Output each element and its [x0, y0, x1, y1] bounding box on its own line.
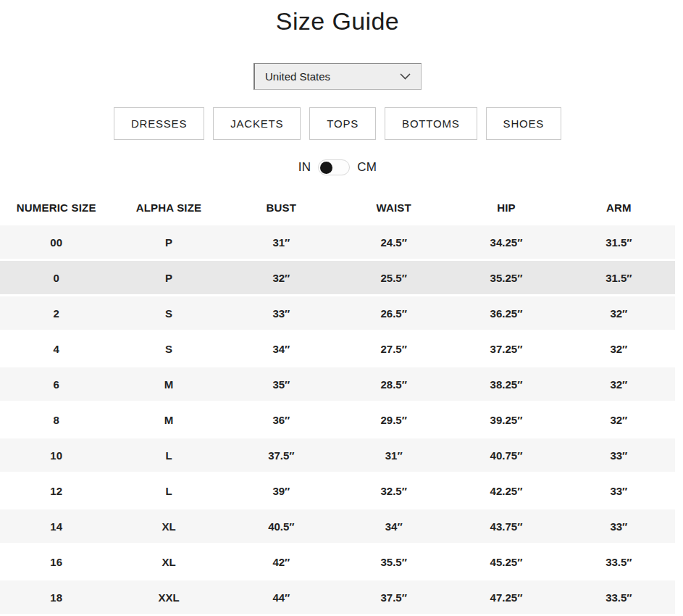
col-arm: ARM	[563, 201, 675, 223]
unit-label-in: IN	[298, 160, 311, 175]
table-cell-bust: 36″	[225, 403, 338, 436]
unit-toggle-switch[interactable]	[318, 159, 350, 175]
table-cell-bust: 39″	[225, 474, 338, 507]
col-bust: BUST	[225, 201, 338, 223]
table-row[interactable]: 0P32″25.5″35.25″31.5″	[0, 261, 675, 294]
table-cell-alpha: M	[112, 403, 225, 436]
table-cell-alpha: L	[112, 438, 225, 472]
table-cell-waist: 29.5″	[338, 403, 450, 436]
table-cell-waist: 34″	[338, 509, 450, 543]
table-cell-numeric: 6	[0, 367, 112, 401]
table-cell-hip: 40.75″	[450, 438, 562, 472]
table-cell-arm: 33″	[563, 474, 675, 507]
table-row[interactable]: 6M35″28.5″38.25″32″	[0, 367, 675, 401]
table-cell-arm: 31.5″	[563, 225, 675, 259]
table-cell-alpha: M	[112, 367, 225, 401]
table-cell-bust: 34″	[225, 332, 338, 365]
tab-jackets[interactable]: JACKETS	[213, 107, 301, 140]
table-cell-arm: 31.5″	[563, 261, 675, 294]
table-cell-numeric: 18	[0, 580, 112, 614]
table-cell-hip: 37.25″	[450, 332, 562, 365]
table-cell-arm: 33″	[563, 509, 675, 543]
size-table-body: 00P31″24.5″34.25″31.5″0P32″25.5″35.25″31…	[0, 225, 675, 614]
table-cell-alpha: S	[112, 332, 225, 365]
table-cell-numeric: 2	[0, 296, 112, 330]
col-numeric-size: NUMERIC SIZE	[0, 201, 112, 223]
table-cell-waist: 25.5″	[338, 261, 450, 294]
table-row[interactable]: 8M36″29.5″39.25″32″	[0, 403, 675, 436]
table-cell-numeric: 12	[0, 474, 112, 507]
table-cell-hip: 43.75″	[450, 509, 562, 543]
table-cell-arm: 32″	[563, 332, 675, 365]
table-cell-waist: 28.5″	[338, 367, 450, 401]
table-cell-hip: 35.25″	[450, 261, 562, 294]
table-cell-bust: 32″	[225, 261, 338, 294]
table-cell-waist: 31″	[338, 438, 450, 472]
tab-bottoms[interactable]: BOTTOMS	[385, 107, 477, 140]
size-table: NUMERIC SIZE ALPHA SIZE BUST WAIST HIP A…	[0, 199, 675, 616]
table-cell-alpha: P	[112, 261, 225, 294]
table-cell-hip: 47.25″	[450, 580, 562, 614]
size-guide-page: Size Guide United States DRESSES JACKETS…	[0, 7, 675, 616]
table-cell-bust: 35″	[225, 367, 338, 401]
table-cell-arm: 33″	[563, 438, 675, 472]
table-cell-waist: 24.5″	[338, 225, 450, 259]
page-title: Size Guide	[0, 7, 675, 36]
table-row[interactable]: 2S33″26.5″36.25″32″	[0, 296, 675, 330]
table-cell-alpha: S	[112, 296, 225, 330]
table-cell-alpha: XL	[112, 509, 225, 543]
table-cell-bust: 33″	[225, 296, 338, 330]
table-cell-waist: 35.5″	[338, 545, 450, 578]
table-cell-waist: 27.5″	[338, 332, 450, 365]
table-cell-numeric: 00	[0, 225, 112, 259]
table-cell-hip: 34.25″	[450, 225, 562, 259]
country-select-value: United States	[265, 70, 330, 83]
table-cell-numeric: 0	[0, 261, 112, 294]
unit-label-cm: CM	[357, 160, 377, 175]
table-cell-hip: 45.25″	[450, 545, 562, 578]
col-hip: HIP	[450, 201, 562, 223]
table-cell-arm: 33.5″	[563, 545, 675, 578]
tab-tops[interactable]: TOPS	[309, 107, 376, 140]
table-cell-waist: 37.5″	[338, 580, 450, 614]
table-cell-arm: 32″	[563, 403, 675, 436]
table-row[interactable]: 12L39″32.5″42.25″33″	[0, 474, 675, 507]
country-select[interactable]: United States	[253, 63, 422, 90]
table-row[interactable]: 16XL42″35.5″45.25″33.5″	[0, 545, 675, 578]
category-tabs: DRESSES JACKETS TOPS BOTTOMS SHOES	[0, 107, 675, 140]
col-waist: WAIST	[338, 201, 450, 223]
country-select-row: United States	[0, 63, 675, 90]
table-row[interactable]: 14XL40.5″34″43.75″33″	[0, 509, 675, 543]
table-cell-hip: 39.25″	[450, 403, 562, 436]
table-cell-waist: 32.5″	[338, 474, 450, 507]
table-cell-numeric: 14	[0, 509, 112, 543]
table-cell-waist: 26.5″	[338, 296, 450, 330]
unit-toggle: IN CM	[0, 159, 675, 175]
table-row[interactable]: 4S34″27.5″37.25″32″	[0, 332, 675, 365]
chevron-down-icon	[400, 73, 411, 80]
table-cell-hip: 42.25″	[450, 474, 562, 507]
table-cell-bust: 31″	[225, 225, 338, 259]
tab-dresses[interactable]: DRESSES	[114, 107, 204, 140]
tab-shoes[interactable]: SHOES	[486, 107, 562, 140]
table-cell-alpha: L	[112, 474, 225, 507]
table-cell-hip: 38.25″	[450, 367, 562, 401]
table-cell-alpha: XXL	[112, 580, 225, 614]
table-row[interactable]: 18XXL44″37.5″47.25″33.5″	[0, 580, 675, 614]
table-cell-arm: 32″	[563, 367, 675, 401]
table-cell-hip: 36.25″	[450, 296, 562, 330]
table-cell-arm: 32″	[563, 296, 675, 330]
table-header-row: NUMERIC SIZE ALPHA SIZE BUST WAIST HIP A…	[0, 201, 675, 223]
table-cell-numeric: 10	[0, 438, 112, 472]
table-cell-bust: 40.5″	[225, 509, 338, 543]
table-cell-alpha: P	[112, 225, 225, 259]
toggle-knob-icon	[320, 162, 332, 174]
table-cell-arm: 33.5″	[563, 580, 675, 614]
col-alpha-size: ALPHA SIZE	[112, 201, 225, 223]
table-cell-numeric: 16	[0, 545, 112, 578]
table-row[interactable]: 10L37.5″31″40.75″33″	[0, 438, 675, 472]
table-row[interactable]: 00P31″24.5″34.25″31.5″	[0, 225, 675, 259]
table-cell-bust: 37.5″	[225, 438, 338, 472]
table-cell-bust: 44″	[225, 580, 338, 614]
table-cell-numeric: 4	[0, 332, 112, 365]
